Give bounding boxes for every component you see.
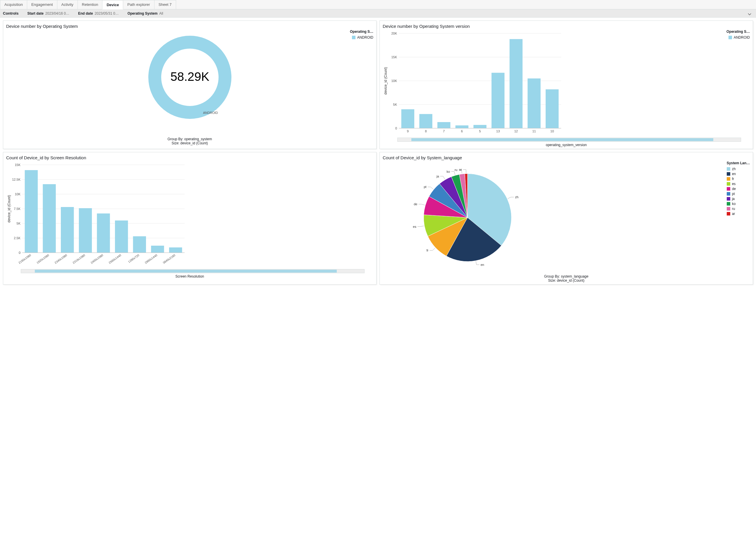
svg-text:15K: 15K (391, 55, 397, 59)
svg-text:de: de (414, 202, 417, 206)
legend-item-ja[interactable]: ja (727, 197, 750, 201)
panel-device-by-os-version: Device number by Operating System versio… (379, 21, 753, 149)
svg-text:7.5K: 7.5K (14, 207, 20, 211)
scrollbar-thumb[interactable] (35, 270, 337, 272)
bar[interactable] (510, 39, 522, 128)
svg-text:3840x2160: 3840x2160 (162, 253, 176, 265)
svg-text:2316x1080: 2316x1080 (72, 253, 86, 265)
legend-item-ru[interactable]: ru (727, 207, 750, 211)
svg-text:1920x1080: 1920x1080 (36, 253, 50, 265)
chart-scrollbar[interactable] (21, 269, 364, 273)
bar[interactable] (97, 214, 110, 253)
legend-item-label: fr (732, 177, 734, 181)
svg-text:13: 13 (496, 129, 500, 133)
svg-text:device_id (Count): device_id (Count) (384, 67, 388, 95)
svg-text:5K: 5K (393, 103, 397, 106)
bar[interactable] (25, 170, 38, 253)
legend-item-es[interactable]: es (727, 182, 750, 186)
bar[interactable] (169, 247, 182, 253)
tab-sheet-7[interactable]: Sheet 7 (154, 0, 176, 9)
bar[interactable] (115, 221, 128, 253)
legend-item-label: ANDROID (734, 35, 750, 40)
legend-item-android[interactable]: ANDROID (727, 35, 750, 40)
bar[interactable] (456, 125, 469, 128)
legend-swatch-icon (727, 187, 730, 190)
caption-line-2: Size: device_id (Count) (383, 278, 750, 283)
bar[interactable] (546, 89, 558, 128)
chevron-down-icon[interactable] (747, 12, 752, 17)
start-date-value: 2023/04/16 0… (45, 12, 69, 16)
bar[interactable] (133, 236, 146, 253)
legend-item-ko[interactable]: ko (727, 202, 750, 206)
end-date-label: End date (78, 12, 93, 16)
svg-text:20K: 20K (391, 32, 397, 35)
bar[interactable] (473, 125, 486, 128)
control-start-date[interactable]: Start date 2023/04/16 0… (27, 12, 69, 16)
x-axis-label: Screen Resolution (6, 274, 373, 278)
scrollbar-thumb[interactable] (411, 138, 713, 141)
tab-engagement[interactable]: Engagement (27, 0, 57, 9)
svg-text:10K: 10K (391, 79, 397, 83)
svg-text:9: 9 (407, 129, 409, 133)
svg-text:fr: fr (427, 249, 429, 252)
svg-text:ar: ar (459, 168, 462, 171)
svg-text:2160x1080: 2160x1080 (18, 253, 32, 265)
legend-item-label: ar (732, 212, 735, 216)
tab-device[interactable]: Device (102, 0, 123, 9)
chart-scrollbar[interactable] (397, 138, 741, 142)
svg-text:ru: ru (455, 168, 458, 172)
control-end-date[interactable]: End date 2023/05/31 0… (78, 12, 119, 16)
bar[interactable] (419, 114, 432, 128)
legend-item-label: ja (732, 197, 735, 201)
svg-text:5: 5 (479, 129, 481, 133)
legend-item-pt[interactable]: pt (727, 192, 750, 196)
svg-text:1280x720: 1280x720 (128, 253, 140, 263)
start-date-label: Start date (27, 12, 43, 16)
legend-item-de[interactable]: de (727, 187, 750, 191)
donut-center-value: 58.29K (170, 70, 209, 83)
bar[interactable] (61, 207, 74, 253)
tab-path-explorer[interactable]: Path explorer (123, 0, 154, 9)
svg-line-69 (454, 172, 455, 175)
legend-item-label: en (732, 172, 736, 176)
os-label: Operating System (128, 12, 158, 16)
panel-device-by-os: Device number by Operating System Operat… (3, 21, 377, 149)
pie-chart-language[interactable]: zhenfresdeptjakoruar (383, 162, 564, 273)
bar[interactable] (151, 246, 164, 253)
legend-swatch-icon (727, 212, 730, 216)
bar[interactable] (492, 73, 505, 128)
svg-text:2560x1440: 2560x1440 (108, 253, 122, 265)
svg-line-54 (433, 248, 435, 250)
bar[interactable] (79, 208, 92, 253)
svg-text:zh: zh (515, 195, 518, 199)
tab-retention[interactable]: Retention (78, 0, 103, 9)
legend-item-fr[interactable]: fr (727, 177, 750, 181)
donut-chart[interactable]: 58.29K ANDROID (6, 30, 373, 136)
legend-item-ar[interactable]: ar (727, 212, 750, 216)
panel-title: Count of Device_id by Screen Resolution (6, 155, 373, 160)
svg-text:ja: ja (436, 175, 439, 178)
bar[interactable] (527, 78, 540, 128)
svg-text:0: 0 (19, 251, 20, 254)
svg-text:pt: pt (424, 185, 426, 188)
legend-item-zh[interactable]: zh (727, 167, 750, 171)
caption-line-2: Size: device_id (Count) (6, 141, 373, 145)
legend-title: System Lan… (727, 161, 750, 165)
panel-device-by-language: Count of Device_id by System_language Sy… (379, 152, 753, 285)
panel-title: Device number by Operating System (6, 24, 373, 29)
tab-acquisition[interactable]: Acquisition (0, 0, 27, 9)
legend-swatch-icon (727, 167, 730, 171)
bar-chart-resolution[interactable]: 02.5K5K7.5K10K12.5K15Kdevice_id (Count)2… (6, 162, 188, 267)
bar-chart-os-version[interactable]: 05K10K15K20Kdevice_id (Count)98765131211… (383, 30, 564, 136)
tab-activity[interactable]: Activity (57, 0, 78, 9)
svg-text:5K: 5K (17, 222, 21, 225)
legend-item-en[interactable]: en (727, 172, 750, 176)
panel-title: Device number by Operating System versio… (383, 24, 750, 29)
svg-text:2960x1440: 2960x1440 (144, 253, 158, 265)
bar[interactable] (43, 184, 56, 253)
bar[interactable] (401, 109, 414, 128)
legend-item-label: pt (732, 192, 735, 196)
control-os[interactable]: Operating System All (128, 12, 163, 16)
caption-line-1: Group By: operating_system (6, 137, 373, 141)
bar[interactable] (437, 122, 450, 128)
